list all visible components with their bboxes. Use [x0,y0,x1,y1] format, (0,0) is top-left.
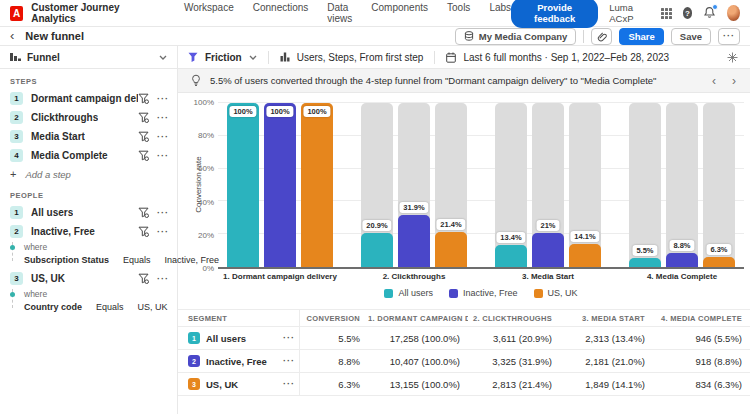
help-icon[interactable]: ? [683,7,693,19]
bar-value-label: 100% [303,106,330,117]
step-row[interactable]: 2 Clickthroughs ··· [0,108,177,127]
bar-inactive-free[interactable]: 21% [532,103,564,267]
app-switcher-icon[interactable] [661,8,672,19]
nav-item-components[interactable]: Components [371,2,428,24]
bar-fill [495,245,527,267]
metric-selector[interactable]: Friction [205,52,242,63]
more-icon[interactable]: ··· [157,274,169,284]
nav-item-workspace[interactable]: Workspace [184,2,234,24]
table-cell: 10,407 (100.0%) [368,356,468,367]
table-cell: 2,313 (13.4%) [560,333,653,344]
segment-label: Inactive, Free [206,356,267,367]
table-header-cell[interactable]: CONVERSION [300,314,368,323]
bar-inactive-free[interactable]: 31.9% [398,103,430,267]
more-icon[interactable]: ··· [283,333,295,343]
notifications-bell-icon[interactable] [703,6,716,20]
more-icon[interactable]: ··· [157,227,169,237]
insight-prev-icon[interactable]: ‹ [712,75,716,87]
more-icon[interactable]: ··· [157,94,169,104]
divider [434,51,435,64]
filter-funnel-icon[interactable] [138,112,149,123]
bar-inactive-free[interactable]: 100% [264,103,296,267]
bar-value-label: 20.9% [362,220,391,231]
filter-funnel-icon[interactable] [138,207,149,218]
more-icon[interactable]: ··· [157,208,169,218]
where-value[interactable]: US, UK [138,302,168,312]
more-icon[interactable]: ··· [283,379,295,389]
more-icon[interactable]: ··· [157,132,169,142]
more-icon[interactable]: ··· [283,356,295,366]
people-number-badge: 2 [10,225,23,238]
nav-item-labs[interactable]: Labs [489,2,511,24]
step-row[interactable]: 3 Media Start ··· [0,127,177,146]
funnel-config-selector[interactable]: Users, Steps, From first step [297,52,424,63]
table-row: 3US, UK···6.3%13,155 (100.0%)2,813 (21.4… [178,373,750,396]
add-step-button[interactable]: + Add a step [0,165,177,183]
y-tick-label: 40% [198,198,214,207]
table-header-cell[interactable]: SEGMENT [178,310,300,326]
segment-cell[interactable]: 3US, UK··· [178,373,300,395]
table-header-cell[interactable]: 2. CLICKTHROUGHS [468,314,560,323]
table-header-cell[interactable]: 4. MEDIA COMPLETE [653,314,750,323]
bar-inactive-free[interactable]: 8.8% [666,103,698,267]
back-icon[interactable]: ‹ [10,29,14,42]
nav-item-tools[interactable]: Tools [447,2,470,24]
step-label: Media Start [31,131,85,142]
save-button[interactable]: Save [671,28,711,45]
where-operator[interactable]: Equals [123,255,151,265]
chart-settings-icon[interactable] [727,52,738,63]
org-label[interactable]: Luma ACxP [609,2,649,24]
divider [268,51,269,64]
filter-funnel-icon[interactable] [138,150,149,161]
bar-us-uk[interactable]: 100% [301,103,333,267]
table-cell: 946 (5.5%) [653,333,750,344]
where-field[interactable]: Country code [24,302,82,312]
filter-funnel-icon[interactable] [138,131,149,142]
filter-funnel-icon[interactable] [138,273,149,284]
legend-item[interactable]: Inactive, Free [449,288,518,298]
people-row[interactable]: 3 US, UK ··· [0,269,177,288]
bar-all-users[interactable]: 13.4% [495,103,527,267]
people-row[interactable]: 2 Inactive, Free ··· [0,222,177,241]
nav-item-connections[interactable]: Connections [253,2,309,24]
bar-all-users[interactable]: 20.9% [361,103,393,267]
provide-feedback-button[interactable]: Provide feedback [511,0,598,28]
step-row[interactable]: 1 Dormant campaign delivery ··· [0,89,177,108]
visualization-selector[interactable]: Funnel [0,46,177,69]
where-operator[interactable]: Equals [96,302,124,312]
more-icon[interactable]: ··· [157,113,169,123]
legend-item[interactable]: US, UK [534,288,578,298]
get-link-button[interactable] [591,28,612,45]
table-header-cell[interactable]: 1. DORMANT CAMPAIGN DELI... [368,314,468,323]
nav-item-data-views[interactable]: Data views [327,2,352,24]
more-icon[interactable]: ··· [157,151,169,161]
funnel-chart-icon [10,52,21,62]
bar-us-uk[interactable]: 21.4% [435,103,467,267]
legend-item[interactable]: All users [384,288,433,298]
adobe-logo-icon[interactable]: A [10,6,23,21]
where-field[interactable]: Subscription Status [24,255,109,265]
step-row[interactable]: 4 Media Complete ··· [0,146,177,165]
plot-area: 100%100%100%20.9%31.9%21.4%13.4%21%14.1%… [218,103,744,269]
bar-all-users[interactable]: 5.5% [629,103,661,267]
insight-next-icon[interactable]: › [732,75,736,87]
segment-cell[interactable]: 1All users··· [178,327,300,349]
more-actions-button[interactable]: ··· [718,28,740,45]
people-row[interactable]: 1 All users ··· [0,203,177,222]
table-header-row: SEGMENTCONVERSION1. DORMANT CAMPAIGN DEL… [178,310,750,327]
plus-icon: + [10,168,16,180]
date-range-selector[interactable]: Last 6 full months · Sep 1, 2022–Feb 28,… [463,52,669,63]
bar-us-uk[interactable]: 14.1% [569,103,601,267]
table-header-cell[interactable]: 3. MEDIA START [560,314,653,323]
bar-us-uk[interactable]: 6.3% [703,103,735,267]
bar-all-users[interactable]: 100% [227,103,259,267]
user-avatar[interactable] [727,5,740,21]
data-view-selector-button[interactable]: My Media Company [455,28,577,45]
share-button[interactable]: Share [619,28,663,45]
filter-funnel-icon[interactable] [138,93,149,104]
filter-funnel-icon[interactable] [138,226,149,237]
segment-label: All users [206,333,246,344]
app-title: Customer Journey Analytics [31,2,150,24]
segment-cell[interactable]: 2Inactive, Free··· [178,350,300,372]
bar-value-label: 100% [266,106,293,117]
